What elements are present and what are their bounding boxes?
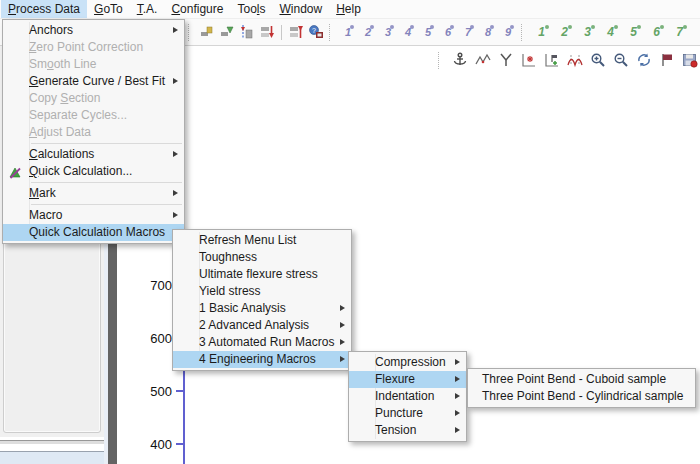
chart-flag-button[interactable] (543, 51, 561, 69)
flag-button[interactable] (658, 51, 676, 69)
menu-item-automated-run-macros[interactable]: 3 Automated Run Macros (173, 334, 351, 351)
toolbar-separator (188, 24, 194, 41)
menu-item-ultimate-flexure-stress[interactable]: Ultimate flexure stress (173, 266, 351, 283)
macro-5-blue-button[interactable]: 5 (419, 23, 437, 41)
menu-item-quick-calculation[interactable]: Quick Calculation... (3, 163, 184, 180)
macro-2-blue-button[interactable]: 2 (359, 23, 377, 41)
submenu-arrow-icon (455, 393, 460, 399)
flag-icon (659, 52, 675, 68)
y-axis-label-400: 400 (138, 437, 172, 452)
chart-marker-button[interactable] (520, 51, 538, 69)
toolbar-separator (521, 24, 527, 41)
peaks-button[interactable] (566, 51, 584, 69)
macro-6-green-button[interactable]: 6 (646, 23, 667, 41)
refresh-icon (636, 52, 652, 68)
menu-item-smooth-line: Smooth Line (3, 56, 184, 73)
menu-item-tension[interactable]: Tension (349, 422, 466, 439)
refresh-button[interactable] (635, 51, 653, 69)
macro-5-green-button[interactable]: 5 (623, 23, 644, 41)
probe-up-button[interactable] (287, 23, 305, 41)
submenu-arrow-icon (340, 322, 345, 328)
y-tick-400 (176, 443, 183, 445)
menu-item-adjust-data: Adjust Data (3, 124, 184, 141)
zoom-in-button[interactable] (589, 51, 607, 69)
submenu-arrow-icon (173, 27, 178, 33)
menu-item-refresh-menu-list[interactable]: Refresh Menu List (173, 232, 351, 249)
menu-item-engineering-macros[interactable]: 4 Engineering Macros (173, 351, 351, 368)
macro-3-blue-button[interactable]: 3 (379, 23, 397, 41)
submenu-arrow-icon (173, 212, 178, 218)
menu-item-advanced-analysis[interactable]: 2 Advanced Analysis (173, 317, 351, 334)
menubar-help[interactable]: Help (329, 0, 368, 18)
anchor-icon (452, 52, 468, 68)
macro-1-blue-button[interactable]: 1 (339, 23, 357, 41)
menu-item-zero-point-correction: Zero Point Correction (3, 39, 184, 56)
menu-item-separate-cycles: Separate Cycles... (3, 107, 184, 124)
quick-calculation-macros-menu: Refresh Menu List Toughness Ultimate fle… (172, 229, 352, 371)
y-axis-label-700: 700 (138, 278, 172, 293)
menu-item-basic-analysis[interactable]: 1 Basic Analysis (173, 300, 351, 317)
macro-7-green-button[interactable]: 7 (669, 23, 690, 41)
submenu-arrow-icon (340, 305, 345, 311)
smooth-curve-button[interactable] (474, 51, 492, 69)
quick-calculation-icon (8, 165, 22, 179)
y-tick-500 (176, 390, 183, 392)
peaks-icon (567, 52, 583, 68)
toolbar-separator (438, 52, 444, 69)
menu-item-flexure[interactable]: Flexure (349, 371, 466, 388)
process-data-menu: Anchors Zero Point Correction Smooth Lin… (2, 19, 185, 244)
menu-item-anchors[interactable]: Anchors (3, 22, 184, 39)
submenu-arrow-icon (173, 151, 178, 157)
bottom-dock-panel (0, 451, 104, 464)
save-data-button[interactable] (681, 51, 699, 69)
submenu-arrow-icon (340, 356, 345, 362)
macro-4-blue-button[interactable]: 4 (399, 23, 417, 41)
zoom-out-icon (613, 52, 629, 68)
macro-7-blue-button[interactable]: 7 (459, 23, 477, 41)
macro-6-blue-button[interactable]: 6 (439, 23, 457, 41)
menubar-process-data[interactable]: Process Data (1, 0, 87, 18)
menubar-configure[interactable]: Configure (164, 0, 230, 18)
svg-text:?: ? (312, 27, 316, 34)
y-axis-label-500: 500 (138, 384, 172, 399)
menu-item-yield-stress[interactable]: Yield stress (173, 283, 351, 300)
menu-item-three-point-bend-cylindrical[interactable]: Three Point Bend - Cylindrical sample (468, 388, 695, 405)
menu-item-macro[interactable]: Macro (3, 207, 184, 224)
macro-9-blue-button[interactable]: 9 (499, 23, 517, 41)
menu-item-compression[interactable]: Compression (349, 354, 466, 371)
menu-item-copy-section: Copy Section (3, 90, 184, 107)
menubar-ta[interactable]: T.A. (130, 0, 165, 18)
menu-item-quick-calculation-macros[interactable]: Quick Calculation Macros (3, 224, 184, 241)
menu-separator (31, 182, 182, 183)
macro-3-green-button[interactable]: 3 (577, 23, 598, 41)
branch-button[interactable] (497, 51, 515, 69)
submenu-arrow-icon (455, 410, 460, 416)
macro-4-green-button[interactable]: 4 (600, 23, 621, 41)
menu-item-calculations[interactable]: Calculations (3, 146, 184, 163)
probe-down-button[interactable] (258, 23, 276, 41)
horizontal-splitter[interactable] (0, 440, 104, 445)
menu-item-mark[interactable]: Mark (3, 185, 184, 202)
smooth-curve-icon (475, 52, 491, 68)
run-settings-button[interactable]: ? (307, 23, 325, 41)
menu-item-three-point-bend-cuboid[interactable]: Three Point Bend - Cuboid sample (468, 371, 695, 388)
menu-item-puncture[interactable]: Puncture (349, 405, 466, 422)
macro-2-green-button[interactable]: 2 (554, 23, 575, 41)
menubar-window[interactable]: Window (273, 0, 330, 18)
menu-item-toughness[interactable]: Toughness (173, 249, 351, 266)
macro-1-green-button[interactable]: 1 (531, 23, 552, 41)
probe-elbow-button[interactable] (198, 23, 216, 41)
align-probe-button[interactable] (238, 23, 256, 41)
menu-separator (31, 143, 182, 144)
zoom-in-icon (590, 52, 606, 68)
macro-8-blue-button[interactable]: 8 (479, 23, 497, 41)
zoom-out-button[interactable] (612, 51, 630, 69)
menu-item-generate-curve-best-fit[interactable]: Generate Curve / Best Fit (3, 73, 184, 90)
flexure-menu: Three Point Bend - Cuboid sample Three P… (467, 368, 696, 408)
anchor-button[interactable] (451, 51, 469, 69)
probe-attach-button[interactable] (218, 23, 236, 41)
menu-item-indentation[interactable]: Indentation (349, 388, 466, 405)
menubar-tools[interactable]: Tools (230, 0, 272, 18)
menubar-goto[interactable]: GoTo (87, 0, 130, 18)
probe-attach-icon (219, 24, 235, 40)
